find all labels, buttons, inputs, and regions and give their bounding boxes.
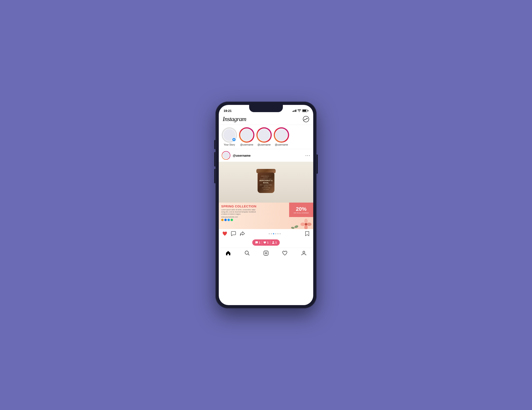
spring-left: SPRING COLLECTION Lorem ipsum dolor sit … bbox=[219, 203, 289, 229]
power-button bbox=[317, 155, 318, 174]
own-story-label: Your Story bbox=[224, 143, 235, 146]
dot-4 bbox=[275, 233, 276, 234]
notif-comment: 1 bbox=[255, 241, 260, 244]
notif-heart: 1 bbox=[263, 241, 268, 244]
add-story-button[interactable]: + bbox=[232, 137, 236, 142]
volume-mute-button bbox=[214, 140, 215, 149]
own-story-avatar-wrapper: + bbox=[222, 128, 237, 142]
notif-person: 1 bbox=[272, 241, 277, 244]
discount-subtitle: OFF IN ALL COURSES bbox=[294, 212, 309, 214]
hand-poured: HAND · POURED IN SMALL BATCHES bbox=[258, 184, 274, 187]
story-1-avatar bbox=[240, 128, 253, 141]
story-1-avatar-wrapper bbox=[239, 128, 254, 142]
banner-flower-decoration bbox=[289, 215, 313, 229]
dot-3 bbox=[273, 233, 274, 234]
burn-time: 15 HR BURN TIME bbox=[258, 187, 274, 188]
svg-point-48 bbox=[273, 241, 274, 243]
post-user[interactable]: @username bbox=[222, 151, 251, 160]
svg-point-49 bbox=[245, 251, 248, 254]
notification-bar: 1 1 1 bbox=[219, 238, 313, 248]
brand-top: AMANDA • LUCY bbox=[258, 175, 274, 178]
nav-home-button[interactable] bbox=[225, 250, 231, 256]
product-name: BERGAMOT & BASIL bbox=[258, 180, 274, 184]
like-button[interactable] bbox=[222, 231, 228, 236]
notif-sep-1 bbox=[262, 241, 262, 245]
story-item-1[interactable]: @username bbox=[239, 128, 254, 146]
volume-up-button bbox=[214, 152, 215, 166]
svg-point-41 bbox=[304, 219, 308, 224]
nav-heart-button[interactable] bbox=[282, 250, 288, 256]
spring-url: www.yourwebsite.com bbox=[221, 216, 287, 218]
story-3-avatar-wrapper bbox=[274, 128, 289, 142]
post-username: @username bbox=[233, 154, 251, 157]
post-image: AMANDA • LUCY CANDLE CO BERGAMOT & BASIL… bbox=[219, 162, 313, 229]
save-button[interactable] bbox=[304, 231, 310, 236]
dot-2 bbox=[271, 233, 272, 234]
bottom-nav bbox=[219, 248, 313, 261]
notif-person-count: 1 bbox=[276, 241, 277, 244]
share-button[interactable] bbox=[239, 231, 245, 236]
story-3-label: @username bbox=[275, 143, 288, 146]
messenger-icon[interactable] bbox=[303, 116, 309, 122]
status-icons bbox=[293, 109, 309, 112]
wifi-icon bbox=[297, 109, 301, 112]
nav-profile-button[interactable] bbox=[301, 250, 307, 256]
twitter-icon bbox=[228, 219, 230, 221]
svg-point-0 bbox=[299, 111, 300, 112]
spring-right: 20% OFF IN ALL COURSES bbox=[289, 203, 313, 229]
notification-pill: 1 1 1 bbox=[252, 239, 279, 246]
discount-percentage: 20% bbox=[296, 206, 306, 212]
phone-screen: 19:21 Instagram bbox=[219, 105, 313, 305]
svg-point-44 bbox=[307, 223, 312, 226]
dot-5 bbox=[277, 233, 278, 234]
jar-body: AMANDA • LUCY CANDLE CO BERGAMOT & BASIL… bbox=[257, 173, 275, 193]
story-3-avatar bbox=[275, 128, 288, 141]
stories-row: + Your Story @username @username bbox=[219, 125, 313, 149]
comment-button[interactable] bbox=[231, 231, 236, 236]
spring-banner: SPRING COLLECTION Lorem ipsum dolor sit … bbox=[219, 203, 313, 229]
instagram-icon bbox=[221, 219, 224, 221]
instagram-header: Instagram bbox=[219, 114, 313, 125]
spring-body: Lorem ipsum dolor sit amet, consectetur … bbox=[221, 209, 287, 215]
dot-6 bbox=[279, 233, 281, 234]
svg-point-42 bbox=[304, 225, 308, 229]
phone-mockup: 19:21 Instagram bbox=[215, 101, 317, 309]
status-time: 19:21 bbox=[224, 109, 232, 113]
notif-sep-2 bbox=[270, 241, 270, 245]
post-actions-left bbox=[222, 231, 245, 236]
phone-notch bbox=[249, 105, 283, 112]
jar-label: AMANDA • LUCY CANDLE CO BERGAMOT & BASIL… bbox=[257, 174, 275, 191]
volume-down-button bbox=[214, 169, 215, 183]
post-actions bbox=[219, 229, 313, 238]
spring-social-icons bbox=[221, 219, 287, 221]
post-header: @username ··· bbox=[219, 149, 313, 162]
nav-add-button[interactable] bbox=[263, 250, 269, 256]
story-1-label: @username bbox=[240, 143, 254, 146]
battery-icon bbox=[302, 109, 308, 112]
svg-point-46 bbox=[294, 225, 299, 228]
nav-search-button[interactable] bbox=[244, 250, 250, 256]
carousel-dots bbox=[269, 233, 281, 234]
spring-title: SPRING COLLECTION bbox=[221, 205, 287, 208]
post-more-icon[interactable]: ··· bbox=[305, 153, 310, 158]
notif-comment-count: 1 bbox=[259, 241, 260, 244]
story-2-avatar-wrapper bbox=[257, 128, 271, 142]
facebook-icon bbox=[224, 219, 227, 221]
svg-point-45 bbox=[305, 223, 307, 226]
brand-sub: CANDLE CO bbox=[258, 178, 274, 180]
post-avatar-inner bbox=[222, 152, 230, 159]
whatsapp-icon bbox=[231, 219, 233, 221]
candle-jar: AMANDA • LUCY CANDLE CO BERGAMOT & BASIL… bbox=[255, 169, 277, 193]
story-item-3[interactable]: @username bbox=[274, 128, 289, 146]
story-2-avatar bbox=[257, 128, 271, 141]
dot-1 bbox=[269, 233, 270, 234]
size: 9 OZ / 207G bbox=[258, 189, 274, 190]
instagram-logo: Instagram bbox=[223, 116, 246, 123]
story-item-2[interactable]: @username bbox=[257, 128, 271, 146]
story-item-own[interactable]: + Your Story bbox=[222, 128, 237, 146]
post-avatar bbox=[222, 151, 230, 160]
svg-point-54 bbox=[303, 251, 305, 253]
svg-line-50 bbox=[248, 254, 249, 255]
story-2-label: @username bbox=[257, 143, 271, 146]
signal-icon bbox=[293, 109, 297, 112]
